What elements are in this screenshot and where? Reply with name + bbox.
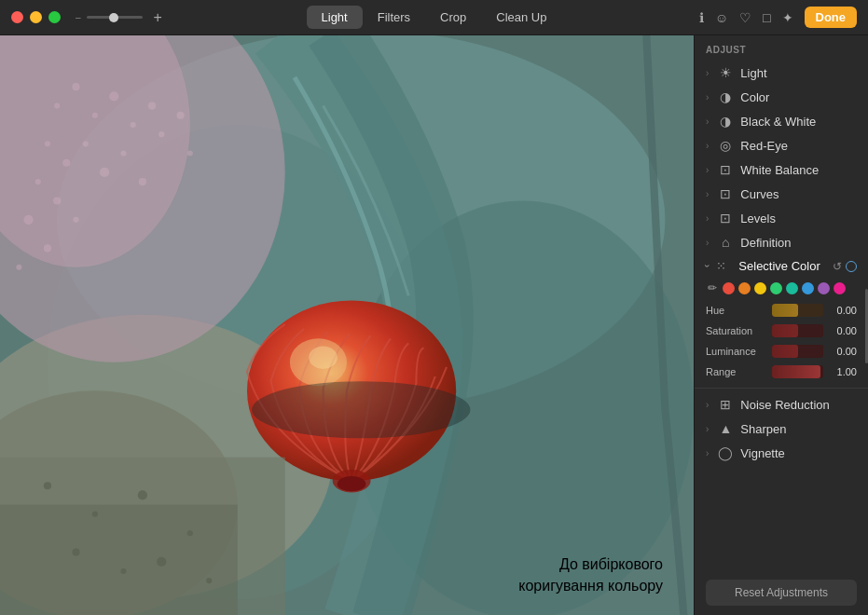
adjust-item-bw[interactable]: › ◑ Black & White (695, 109, 868, 133)
info-icon[interactable]: ℹ (699, 10, 704, 25)
color-dot-green[interactable] (770, 282, 782, 294)
svg-point-33 (338, 476, 366, 491)
vignette-icon: ◯ (718, 445, 733, 460)
color-dot-pink[interactable] (834, 282, 846, 294)
curves-label: Curves (740, 187, 857, 201)
adjust-item-vignette[interactable]: › ◯ Vignette (695, 441, 868, 465)
tab-cleanup[interactable]: Clean Up (481, 6, 561, 29)
svg-point-42 (120, 568, 126, 574)
luminance-slider[interactable] (772, 344, 823, 359)
sc-icon: ⁙ (716, 259, 731, 273)
main-layout: ADJUST › ☀ Light › ◑ Color › ◑ Black & W… (0, 35, 868, 615)
chevron-icon: › (706, 448, 709, 458)
minus-icon: – (76, 12, 81, 22)
svg-point-43 (157, 557, 166, 567)
adjust-item-wb[interactable]: › ⊡ White Balance (695, 157, 868, 182)
svg-point-37 (44, 482, 51, 489)
plus-icon[interactable]: + (154, 9, 162, 26)
range-slider-row: Range 1.00 (695, 362, 868, 382)
color-dot-cyan[interactable] (786, 282, 798, 294)
chevron-icon: › (706, 213, 709, 224)
levels-label: Levels (740, 212, 857, 226)
luminance-value: 0.00 (829, 346, 857, 357)
divider (695, 388, 868, 389)
color-picker-row: ✏ (695, 278, 868, 298)
reset-adjustments-button[interactable]: Reset Adjustments (706, 580, 857, 606)
curves-icon: ⊡ (718, 186, 733, 201)
eyedropper-icon[interactable]: ✏ (708, 281, 717, 294)
sc-chevron-icon: › (702, 265, 712, 267)
chevron-icon: › (706, 238, 709, 248)
svg-point-44 (206, 578, 212, 583)
sc-reset-icon[interactable]: ↺ (833, 260, 842, 273)
adjust-header: ADJUST (695, 35, 868, 61)
hue-slider[interactable] (772, 303, 823, 318)
sharpen-label: Sharpen (740, 422, 857, 436)
wb-label: White Balance (740, 163, 857, 177)
svg-point-21 (53, 197, 61, 204)
svg-point-13 (148, 102, 156, 109)
svg-point-8 (54, 103, 60, 109)
traffic-lights (11, 11, 61, 23)
tab-adjust[interactable]: Light (307, 6, 363, 29)
zoom-slider[interactable] (87, 16, 143, 19)
color-dot-red[interactable] (723, 282, 735, 294)
bw-label: Black & White (740, 115, 857, 129)
adjust-item-definition[interactable]: › ⌂ Definition (695, 230, 868, 254)
adjust-item-noise[interactable]: › ⊞ Noise Reduction (695, 392, 868, 417)
luminance-slider-row: Luminance 0.00 (695, 341, 868, 362)
tab-filters[interactable]: Filters (363, 6, 425, 29)
done-button[interactable]: Done (805, 7, 858, 28)
tab-crop[interactable]: Crop (425, 6, 481, 29)
adjust-item-sharpen[interactable]: › ▲ Sharpen (695, 417, 868, 441)
adjust-item-redeye[interactable]: › ◎ Red-Eye (695, 133, 868, 157)
wand-icon[interactable]: ✦ (782, 10, 793, 25)
svg-point-9 (72, 83, 79, 90)
slider-section: Hue 0.00 Saturation (695, 298, 868, 384)
svg-point-31 (309, 346, 338, 368)
light-label: Light (740, 66, 857, 80)
adjust-item-color[interactable]: › ◑ Color (695, 85, 868, 109)
smiley-icon[interactable]: ☺ (715, 10, 728, 25)
hue-label: Hue (706, 305, 766, 316)
chevron-icon: › (706, 189, 709, 199)
sc-circle-btn[interactable] (846, 261, 857, 272)
selective-color-header[interactable]: › ⁙ Selective Color ↺ (695, 254, 868, 278)
hue-slider-row: Hue 0.00 (695, 300, 868, 321)
heart-icon[interactable]: ♡ (739, 10, 751, 25)
saturation-label: Saturation (706, 325, 766, 336)
range-slider[interactable] (772, 364, 823, 379)
svg-point-34 (252, 381, 470, 438)
color-dot-orange[interactable] (738, 282, 751, 294)
share-icon[interactable]: □ (763, 10, 770, 25)
svg-point-22 (73, 217, 78, 223)
selective-color-section: › ⁙ Selective Color ↺ ✏ (695, 254, 868, 384)
svg-point-25 (187, 150, 193, 156)
svg-point-18 (120, 150, 126, 156)
svg-rect-36 (0, 505, 238, 615)
minimize-button[interactable] (30, 11, 42, 23)
range-value: 1.00 (829, 366, 857, 377)
nav-tabs: Light Filters Crop Clean Up (307, 6, 562, 29)
saturation-value: 0.00 (829, 325, 857, 336)
photo-canvas (0, 35, 694, 615)
saturation-slider[interactable] (772, 323, 823, 338)
adjust-item-light[interactable]: › ☀ Light (695, 61, 868, 85)
color-dot-purple[interactable] (818, 282, 830, 294)
color-label: Color (740, 90, 857, 104)
svg-point-19 (139, 178, 146, 185)
range-label: Range (706, 366, 766, 377)
adjust-item-levels[interactable]: › ⊡ Levels (695, 206, 868, 230)
close-button[interactable] (11, 11, 23, 23)
svg-point-39 (138, 490, 147, 499)
svg-point-16 (83, 141, 89, 146)
svg-point-38 (92, 512, 98, 517)
color-dot-yellow[interactable] (754, 282, 766, 294)
maximize-button[interactable] (48, 11, 61, 23)
color-dot-blue[interactable] (802, 282, 814, 294)
sharpen-icon: ▲ (718, 421, 733, 436)
levels-icon: ⊡ (718, 211, 733, 226)
chevron-icon: › (706, 424, 709, 434)
adjust-item-curves[interactable]: › ⊡ Curves (695, 182, 868, 206)
chevron-icon: › (706, 68, 709, 78)
